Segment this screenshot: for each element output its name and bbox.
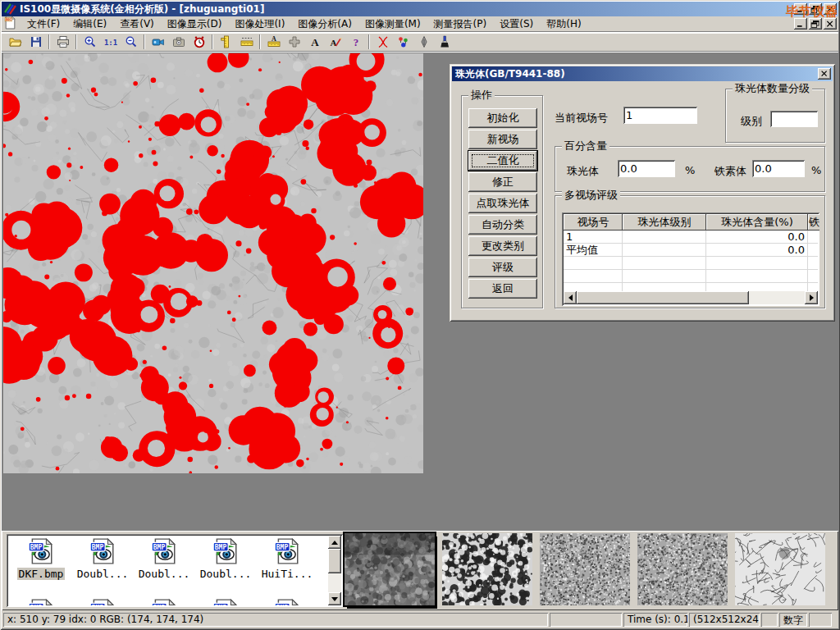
toolbar: 1:1AAA? (2, 33, 838, 52)
multi-field-group-label: 多视场评级 (562, 189, 620, 201)
open-button[interactable] (5, 34, 25, 51)
scroll-left-button[interactable] (564, 291, 577, 304)
table-row[interactable] (564, 257, 818, 270)
file-item-partial[interactable]: BMP (135, 598, 194, 605)
scroll-down-button[interactable] (328, 592, 341, 605)
table-row[interactable]: 平均值0.0 (564, 244, 818, 257)
menu-item-image-process[interactable]: 图像处理(I) (228, 16, 291, 33)
actual-size-button[interactable]: 1:1 (100, 34, 121, 51)
table-cell (623, 244, 706, 256)
file-item-partial[interactable]: BMP (73, 598, 132, 605)
toolbar-separator (212, 34, 213, 49)
file-item[interactable]: BMPHuiTi... (258, 537, 317, 580)
calibrate-button[interactable]: A (263, 34, 284, 51)
close-button[interactable] (824, 3, 837, 15)
grid-button[interactable] (284, 34, 304, 51)
video-camera-button[interactable] (148, 34, 168, 51)
pen-button[interactable] (413, 34, 434, 51)
class-markers-icon (397, 35, 410, 48)
multi-field-group: 多视场评级 视场号珠光体级别珠光体含量(%)铁素体含量(%) 10.0平均值0.… (555, 195, 825, 308)
save-button[interactable] (25, 34, 46, 51)
table-row[interactable] (564, 283, 818, 291)
child-close-button[interactable] (824, 18, 837, 30)
return-button[interactable]: 返回 (468, 279, 537, 299)
menu-item-help[interactable]: 帮助(H) (540, 16, 587, 33)
thumb-1[interactable] (345, 533, 435, 605)
pick-pearlite-button[interactable]: 点取珠光体 (468, 194, 537, 213)
correct-button[interactable]: 修正 (468, 172, 537, 192)
operations-group-label: 操作 (468, 89, 495, 101)
caliper-button[interactable] (216, 34, 236, 51)
document-icon[interactable]: DOC (3, 16, 17, 32)
file-name: Doubl... (199, 568, 253, 580)
file-list-scrollbar[interactable] (328, 536, 341, 605)
scroll-right-button[interactable] (805, 291, 818, 304)
current-field-input[interactable] (623, 107, 697, 124)
thumb-5[interactable] (735, 533, 825, 605)
init-button[interactable]: 初始化 (468, 108, 537, 128)
child-restore-button[interactable] (809, 18, 822, 30)
timer-button[interactable] (189, 34, 209, 51)
file-browser-panel: BMPDKF.bmpBMPDoubl...BMPDoubl...BMPDoubl… (2, 531, 838, 610)
bmp-file-icon: BMP (150, 537, 178, 565)
ruler-button[interactable] (236, 34, 257, 51)
menu-item-image-display[interactable]: 图像显示(D) (161, 16, 229, 33)
file-item-partial[interactable]: BMP (258, 598, 317, 605)
grade-button[interactable]: 评级 (468, 258, 537, 277)
dialog-title-bar[interactable]: 珠光体(GB/T9441-88) (452, 66, 833, 81)
restore-button[interactable] (809, 3, 822, 15)
close-icon (819, 69, 830, 79)
cursor-position-status: x: 510 y: 79 idx: 0 RGB: (174, 174, 174) (3, 613, 548, 627)
scrollbar-thumb[interactable] (577, 291, 749, 304)
file-item-partial[interactable]: BMP (196, 598, 255, 605)
child-minimize-button[interactable] (794, 18, 807, 30)
annotate-button[interactable]: A (325, 34, 345, 51)
change-class-button[interactable]: 更改类别 (468, 236, 537, 256)
class-markers-button[interactable] (393, 34, 413, 51)
auto-classify-button[interactable]: 自动分类 (468, 215, 537, 235)
menu-item-settings[interactable]: 设置(S) (493, 16, 540, 33)
table-row[interactable]: 10.0 (564, 231, 818, 244)
table-horizontal-scrollbar[interactable] (564, 291, 818, 304)
menu-item-edit[interactable]: 编辑(E) (66, 16, 113, 33)
menu-item-measure-report[interactable]: 测量报告(P) (427, 16, 494, 33)
thumb-2[interactable] (442, 533, 532, 605)
menu-item-file[interactable]: 文件(F) (21, 16, 66, 33)
zoom-in-button[interactable] (80, 34, 100, 51)
table-cell (623, 283, 706, 291)
grade-input[interactable] (770, 111, 818, 127)
file-item[interactable]: BMPDKF.bmp (11, 537, 71, 580)
status-bar: x: 510 y: 79 idx: 0 RGB: (174, 174, 174)… (2, 611, 838, 628)
svg-text:BMP: BMP (92, 605, 104, 605)
ferrite-percent-input[interactable] (752, 160, 805, 177)
brush-button[interactable] (434, 34, 454, 51)
file-item[interactable]: BMPDoubl... (196, 537, 255, 580)
dialog-close-button[interactable] (818, 68, 831, 80)
minimize-button[interactable] (794, 3, 807, 15)
binarize-button[interactable]: 二值化 (468, 151, 537, 171)
table-cell (808, 283, 818, 291)
thumb-3[interactable] (540, 533, 630, 605)
zoom-out-button[interactable] (121, 34, 141, 51)
thumb-4[interactable] (637, 533, 728, 605)
menu-item-image-analyze[interactable]: 图像分析(A) (291, 16, 358, 33)
table-cell (808, 231, 818, 243)
text-button[interactable]: A (304, 34, 325, 51)
help-button[interactable]: ? (345, 34, 366, 51)
print-button[interactable] (52, 34, 73, 51)
scroll-up-button[interactable] (328, 536, 341, 549)
metallographic-image[interactable] (3, 53, 423, 473)
restore-icon (810, 4, 821, 15)
table-row[interactable] (564, 270, 818, 283)
new-field-button[interactable]: 新视场 (468, 130, 537, 149)
file-item[interactable]: BMPDoubl... (135, 537, 194, 580)
file-item-partial[interactable]: BMP (11, 598, 71, 605)
menu-item-view[interactable]: 查看(V) (113, 16, 161, 33)
file-item[interactable]: BMPDoubl... (73, 537, 132, 580)
menu-item-image-measure[interactable]: 图像测量(M) (358, 16, 427, 33)
file-scrollbar-thumb[interactable] (328, 549, 341, 573)
pearlite-percent-input[interactable] (618, 160, 675, 177)
photo-camera-button[interactable] (168, 34, 189, 51)
curve-tool-button[interactable] (372, 34, 393, 51)
text-icon: A (308, 35, 322, 48)
